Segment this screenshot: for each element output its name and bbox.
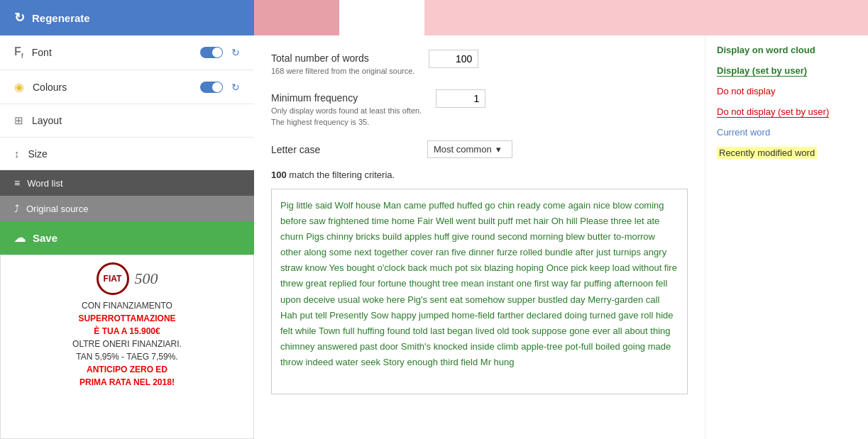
colours-icon: ◉ [14,80,24,94]
legend-recent-item[interactable]: Recently modified word [717,145,857,160]
word-list-section[interactable]: ≡ Word list [0,170,254,196]
save-label: Save [33,232,57,244]
font-label: Font [32,47,200,58]
legend-display-item[interactable]: Display on word cloud [717,43,857,57]
fiat-model: 500 [135,269,158,288]
save-button[interactable]: ☁ Save [0,221,254,255]
save-icon: ☁ [14,231,26,245]
tab-inactive-1[interactable] [254,0,339,35]
main-tabs [254,0,868,35]
sidebar-item-size[interactable]: ↕ Size [0,138,254,170]
size-icon: ↕ [14,148,20,160]
settings-panel: Total number of words 168 were filtered … [254,35,705,439]
colours-toggle[interactable]: ↻ [200,82,240,93]
min-freq-label: Minimum frequency [271,89,422,104]
font-toggle[interactable]: ↻ [200,47,240,58]
sidebar: ↻ Regenerate Ff Font ↻ ◉ Colours ↻ ⊞ Lay… [0,0,254,439]
min-freq-input[interactable] [436,89,485,108]
font-refresh-icon[interactable]: ↻ [231,47,240,58]
ad-text: CON FINANZIAMENTO SUPERROTTAMAZIONE È TU… [72,299,182,389]
letter-case-label: Letter case [271,144,413,155]
legend-display-user-label: Display (set by user) [717,65,807,76]
legend-no-display-item[interactable]: Do not display [717,84,857,99]
word-list-icon: ≡ [14,177,20,189]
word-list-label: Word list [27,178,62,189]
legend-panel: Display on word cloud Display (set by us… [705,35,868,439]
letter-case-value: Most common [434,144,492,155]
layout-label: Layout [32,115,240,126]
sidebar-item-layout[interactable]: ⊞ Layout [0,104,254,138]
main-body: Total number of words 168 were filtered … [254,35,868,439]
legend-display-user-item[interactable]: Display (set by user) [717,63,857,78]
total-words-input[interactable] [429,50,478,68]
legend-display-label: Display on word cloud [717,45,815,55]
letter-case-dropdown[interactable]: Most common ▾ [427,140,512,158]
size-label: Size [28,148,241,160]
tab-active-1[interactable] [339,0,424,35]
fiat-logo: FIAT [97,262,129,295]
sidebar-item-font[interactable]: Ff Font ↻ [0,35,254,70]
font-icon: Ff [14,45,23,60]
original-source-label: Original source [26,204,88,214]
legend-current-item[interactable]: Current word [717,125,857,140]
legend-no-display-user-label: Do not display (set by user) [717,106,829,117]
legend-no-display-label: Do not display [717,86,775,96]
original-source-section[interactable]: ⤴ Original source [0,196,254,221]
word-cloud-display[interactable]: Pig little said Wolf house Man came puff… [271,189,688,394]
match-count-suffix: match the filtering criteria. [287,170,395,180]
advertisement: FIAT 500 CON FINANZIAMENTO SUPERROTTAMAZ… [0,255,254,439]
chevron-down-icon: ▾ [496,144,501,155]
total-words-row: Total number of words 168 were filtered … [271,50,688,75]
filtered-hint: 168 were filtered from the original sour… [271,67,414,75]
legend-no-display-user-item[interactable]: Do not display (set by user) [717,104,857,119]
main-panel: Total number of words 168 were filtered … [254,0,868,439]
min-freq-row: Minimum frequency Only display words fou… [271,89,688,126]
sidebar-item-colours[interactable]: ◉ Colours ↻ [0,70,254,104]
match-count-number: 100 [271,170,287,180]
total-words-label: Total number of words [271,50,414,64]
original-source-icon: ⤴ [14,203,19,214]
colours-refresh-icon[interactable]: ↻ [231,82,240,93]
colours-label: Colours [33,82,200,93]
layout-icon: ⊞ [14,114,23,127]
regenerate-label: Regenerate [32,12,90,24]
word-cloud-content: Pig little said Wolf house Man came puff… [280,200,677,367]
regenerate-icon: ↻ [14,10,25,26]
legend-current-label: Current word [717,127,770,138]
min-freq-hint1: Only display words found at least this o… [271,106,422,115]
legend-recent-label: Recently modified word [717,147,817,159]
min-freq-hint2: The highest frequency is 35. [271,118,422,126]
match-count: 100 match the filtering criteria. [271,170,688,180]
regenerate-button[interactable]: ↻ Regenerate [0,0,254,35]
letter-case-row: Letter case Most common ▾ [271,140,688,158]
